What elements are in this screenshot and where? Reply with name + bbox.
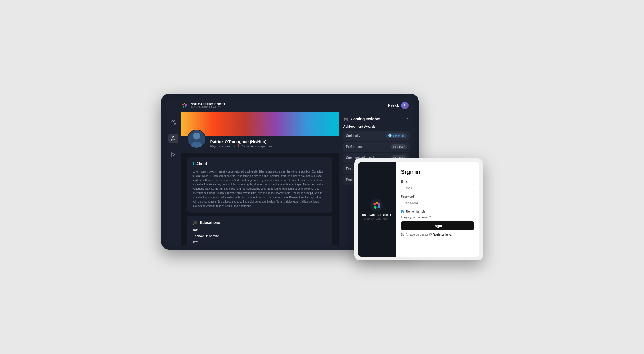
svg-point-15 bbox=[378, 203, 381, 206]
remember-label: Remember Me bbox=[406, 210, 426, 213]
remember-checkbox[interactable] bbox=[401, 210, 404, 213]
badge-silver-performance: ⬡ Silver bbox=[391, 144, 407, 149]
email-input[interactable] bbox=[401, 184, 474, 192]
gaming-controller-icon: 🎮 bbox=[343, 116, 349, 122]
svg-point-14 bbox=[376, 202, 378, 204]
svg-marker-8 bbox=[172, 152, 175, 156]
signin-logo-svg bbox=[370, 199, 383, 212]
about-header: ℹ About bbox=[193, 161, 327, 166]
achievement-curiousity: Curiousity 💎 Platinum bbox=[343, 131, 410, 141]
svg-point-17 bbox=[374, 206, 377, 209]
educations-header: 🎓 Educations bbox=[193, 220, 327, 225]
education-icon: 🎓 bbox=[193, 220, 198, 225]
remember-row: Remember Me bbox=[401, 210, 474, 213]
svg-point-12 bbox=[370, 199, 383, 212]
signin-title: Sign in bbox=[401, 169, 474, 176]
achievement-performance: Performance ⬡ Silver bbox=[343, 142, 410, 152]
sidebar-item-profile[interactable] bbox=[168, 134, 178, 143]
edu-name-1: Test bbox=[193, 228, 327, 232]
signin-app-subtitle: EARLY CAREERS TALENT bbox=[364, 218, 389, 220]
app-subtitle: EARLY CAREERS TALENT bbox=[191, 106, 226, 108]
svg-point-1 bbox=[182, 104, 184, 105]
about-title: About bbox=[196, 162, 207, 166]
app-name: NSE CAREERS BOOST bbox=[191, 103, 226, 106]
signin-brand-panel: NSE CAREERS BOOST EARLY CAREERS TALENT bbox=[358, 162, 396, 257]
sidebar-item-opportunities[interactable] bbox=[168, 150, 178, 159]
platinum-icon: 💎 bbox=[388, 134, 392, 138]
svg-point-13 bbox=[374, 203, 376, 205]
about-text: Lorem ipsum dolor sit amet, consectetur … bbox=[193, 170, 327, 208]
profile-meta: Physics at Struto • 📍 Cape Town, Cape To… bbox=[210, 144, 273, 148]
profile-banner bbox=[181, 112, 339, 136]
scene: ☰ NSE CAREERS BOOST EARLY CAREERS TALENT bbox=[161, 94, 483, 260]
password-label: Password* bbox=[401, 195, 474, 198]
profile-avatar bbox=[187, 130, 206, 148]
register-row: Don't have an account? Register here. bbox=[401, 233, 474, 236]
user-info: Patrick P bbox=[388, 102, 409, 109]
signin-form-panel: Sign in Email* Password* Remember Me For… bbox=[396, 162, 479, 257]
login-button[interactable]: Login bbox=[401, 221, 474, 230]
profile-name: Patrick O'Donoghue (He/Him) bbox=[210, 139, 273, 144]
register-link[interactable]: Register here. bbox=[433, 233, 452, 236]
svg-point-10 bbox=[193, 132, 200, 139]
signin-app-name: NSE CAREERS BOOST bbox=[362, 214, 391, 216]
svg-point-16 bbox=[378, 206, 380, 208]
user-avatar[interactable]: P bbox=[401, 102, 409, 109]
hamburger-icon[interactable]: ☰ bbox=[171, 103, 176, 108]
profile-info-bar: Patrick O'Donoghue (He/Him) Physics at S… bbox=[181, 136, 339, 153]
signin-screen: NSE CAREERS BOOST EARLY CAREERS TALENT S… bbox=[358, 162, 479, 257]
educations-section: 🎓 Educations Test Abertay University bbox=[187, 216, 332, 245]
app-header: ☰ NSE CAREERS BOOST EARLY CAREERS TALENT bbox=[166, 99, 414, 112]
achievement-name-performance: Performance bbox=[346, 145, 365, 149]
edu-name-3: Test bbox=[193, 240, 327, 244]
educations-title: Educations bbox=[200, 220, 220, 225]
user-name: Patrick bbox=[388, 103, 399, 107]
svg-point-6 bbox=[172, 120, 174, 122]
about-icon: ℹ bbox=[193, 161, 194, 166]
svg-point-0 bbox=[180, 101, 188, 109]
sidebar-item-users[interactable] bbox=[168, 118, 178, 127]
gaming-title-row: 🎮 Gaming Insights bbox=[343, 116, 380, 122]
email-label: Email* bbox=[401, 180, 474, 183]
svg-point-4 bbox=[185, 106, 186, 107]
profile-location: Cape Town, Cape Town bbox=[242, 145, 273, 148]
badge-label-curiousity: Platinum bbox=[393, 134, 405, 137]
signin-logo: NSE CAREERS BOOST EARLY CAREERS TALENT bbox=[362, 199, 391, 220]
svg-point-3 bbox=[185, 104, 187, 106]
svg-point-7 bbox=[172, 136, 174, 138]
gaming-header: 🎮 Gaming Insights ↻ bbox=[343, 116, 410, 122]
gaming-title: Gaming Insights bbox=[351, 117, 380, 121]
profile-section: Patrick O'Donoghue (He/Him) Physics at S… bbox=[181, 112, 339, 245]
forgot-password-link[interactable]: Forgot your password? bbox=[401, 216, 474, 219]
location-pin-icon: 📍 bbox=[237, 144, 240, 148]
refresh-icon[interactable]: ↻ bbox=[406, 116, 410, 122]
profile-details: Patrick O'Donoghue (He/Him) Physics at S… bbox=[210, 139, 273, 148]
achievement-title: Achievement Awards bbox=[343, 125, 410, 129]
logo-area: NSE CAREERS BOOST EARLY CAREERS TALENT bbox=[180, 101, 226, 110]
silver-icon-performance: ⬡ bbox=[393, 145, 396, 149]
svg-point-5 bbox=[183, 106, 184, 108]
edu-item-1: Test bbox=[193, 228, 327, 232]
edu-item-3: Test bbox=[193, 240, 327, 244]
achievement-name-curiousity: Curiousity bbox=[346, 134, 360, 138]
logo-svg bbox=[180, 101, 189, 110]
about-section: ℹ About Lorem ipsum dolor sit amet, cons… bbox=[187, 157, 332, 213]
edu-item-2: Abertay University bbox=[193, 234, 327, 238]
password-input[interactable] bbox=[401, 199, 474, 207]
badge-label-performance: Silver bbox=[397, 145, 405, 148]
logo-text: NSE CAREERS BOOST EARLY CAREERS TALENT bbox=[191, 103, 226, 108]
edu-institution: Abertay University bbox=[193, 234, 327, 238]
no-account-text: Don't have an account? bbox=[401, 233, 432, 236]
badge-platinum: 💎 Platinum bbox=[386, 133, 407, 138]
profile-body: ℹ About Lorem ipsum dolor sit amet, cons… bbox=[181, 153, 339, 245]
signin-device: NSE CAREERS BOOST EARLY CAREERS TALENT S… bbox=[354, 158, 483, 260]
svg-point-2 bbox=[184, 103, 185, 104]
sidebar bbox=[166, 112, 181, 245]
profile-study: Physics at Struto bbox=[210, 145, 233, 148]
